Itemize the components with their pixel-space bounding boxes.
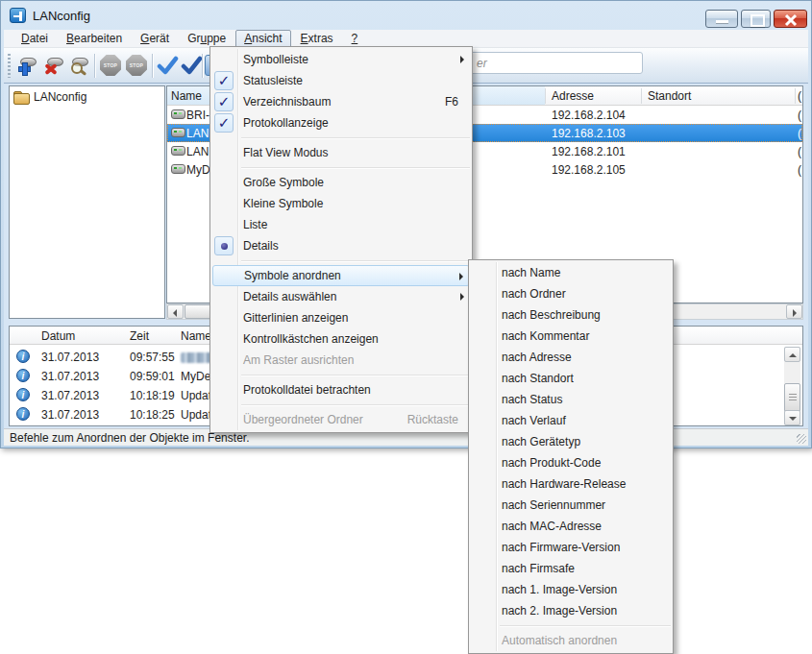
menu-item-protokollanzeige[interactable]: ✓Protokollanzeige (210, 112, 472, 133)
menu-item-nach-2-image-version[interactable]: nach 2. Image-Version (469, 600, 673, 621)
info-icon: i (16, 369, 30, 382)
menu-item-label: nach MAC-Adresse (502, 520, 602, 533)
info-icon: i (16, 407, 30, 421)
menu-item-nach-beschreibung[interactable]: nach Beschreibung (469, 304, 673, 326)
menu-item-nach-verlauf[interactable]: nach Verlauf (469, 410, 673, 431)
menu-item-nach-standort[interactable]: nach Standort (469, 368, 673, 389)
menu-item-nach-kommentar[interactable]: nach Kommentar (469, 326, 673, 347)
menu-item-details[interactable]: Details (210, 235, 472, 256)
log-column-header-datum[interactable]: Datum (41, 329, 75, 343)
menu-item-nach-adresse[interactable]: nach Adresse (469, 347, 673, 368)
titlebar[interactable]: LANconfig (1, 1, 811, 30)
menu-item-gro-e-symbole[interactable]: Große Symbole (210, 172, 472, 193)
menu-item-label: Gitterlinien anzeigen (243, 311, 348, 325)
device-address: 192.168.2.103 (552, 127, 626, 140)
menu-item-label: nach Status (502, 393, 562, 406)
column-separator[interactable] (641, 88, 642, 104)
menu-item-label: Liste (243, 218, 267, 231)
menubar-item-datei[interactable]: Datei (12, 30, 57, 48)
checkmark-icon: ✓ (214, 92, 234, 111)
device-name: LAN (186, 145, 209, 158)
status-text: Befehle zum Anordnen der Objekte im Fens… (10, 431, 249, 445)
menu-item-label: nach Name (502, 266, 560, 279)
column-separator[interactable] (795, 88, 796, 104)
device-name: BRI- (186, 109, 209, 122)
menu-item-statusleiste[interactable]: ✓Statusleiste (210, 70, 472, 91)
menubar-item-bearbeiten[interactable]: Bearbeiten (58, 30, 131, 48)
menu-item-nach-firmsafe[interactable]: nach Firmsafe (469, 558, 673, 579)
view-menu-popup: Symbolleiste✓Statusleiste✓Verzeichnisbau… (209, 46, 473, 433)
stop-icon[interactable]: STOP (125, 54, 149, 78)
log-column-header-zeit[interactable]: Zeit (130, 329, 149, 343)
delete-device-icon[interactable] (42, 54, 66, 78)
menu-item-nach-firmware-version[interactable]: nach Firmware-Version (469, 537, 673, 558)
menu-item-label: nach Produkt-Code (502, 456, 601, 470)
log-date: 31.07.2013 (41, 389, 99, 402)
menu-shortcut: Rücktaste (407, 409, 458, 430)
menu-item-nach-status[interactable]: nach Status (469, 389, 673, 410)
menu-item-kleine-symbole[interactable]: Kleine Symbole (210, 193, 472, 214)
column-header-partial[interactable]: ( (798, 89, 801, 103)
menu-item-protokolldatei-betrachten[interactable]: Protokolldatei betrachten (210, 379, 472, 400)
toolbar-grip[interactable] (8, 54, 11, 78)
menubar-item-gruppe[interactable]: Gruppe (179, 30, 234, 48)
menu-item-label: Übergeordneter Ordner (243, 413, 363, 426)
menu-item-nach-hardware-release[interactable]: nach Hardware-Release (469, 473, 673, 495)
close-button[interactable] (774, 10, 807, 28)
menu-item-verzeichnisbaum[interactable]: ✓VerzeichnisbaumF6 (210, 91, 472, 112)
menu-item-nach-ordner[interactable]: nach Ordner (469, 283, 673, 304)
menubar-item-extras[interactable]: Extras (292, 30, 342, 48)
minimize-button[interactable] (705, 10, 738, 28)
down-arrow-icon (789, 417, 797, 421)
check-config-icon[interactable] (156, 54, 180, 78)
menu-item-symbole-anordnen[interactable]: Symbole anordnen (212, 265, 470, 286)
menu-item-flat-view-modus[interactable]: Flat View Modus (210, 142, 472, 163)
radio-icon (214, 236, 234, 255)
log-column-header-name[interactable]: Name (181, 329, 211, 343)
add-device-icon[interactable] (15, 54, 39, 78)
column-header-name[interactable]: Name (171, 89, 202, 103)
resize-grip[interactable] (797, 434, 806, 444)
menu-item-symbolleiste[interactable]: Symbolleiste (210, 49, 472, 70)
menu-separator (241, 137, 470, 138)
stop-icon[interactable]: STOP (99, 54, 123, 78)
checkmark-icon: ✓ (214, 71, 234, 90)
menu-item-nach-ger-tetyp[interactable]: nach Gerätetyp (469, 431, 673, 452)
find-device-icon[interactable] (67, 54, 91, 78)
log-time: 09:59:01 (130, 370, 175, 383)
menubar-item-[interactable]: ? (343, 30, 367, 48)
log-vertical-scrollbar[interactable] (784, 347, 800, 425)
menubar-item-ansicht[interactable]: Ansicht (235, 30, 290, 48)
menu-item-label: nach Adresse (502, 351, 572, 364)
scroll-right-button[interactable] (786, 304, 802, 319)
menu-item-nach-mac-adresse[interactable]: nach MAC-Adresse (469, 516, 673, 537)
scrollbar-thumb[interactable] (784, 383, 800, 412)
column-header-adresse[interactable]: Adresse (552, 89, 594, 103)
menu-item-kontrollk-stchen-anzeigen[interactable]: Kontrollkästchen anzeigen (210, 328, 472, 350)
arrange-icons-submenu-popup: nach Namenach Ordnernach Beschreibungnac… (468, 259, 674, 654)
menu-item-liste[interactable]: Liste (210, 214, 472, 235)
menu-item-label: Große Symbole (243, 176, 324, 189)
check-all-icon[interactable] (180, 54, 204, 78)
folder-tree-panel[interactable]: LANconfig (9, 85, 165, 319)
menu-item-nach-name[interactable]: nach Name (469, 262, 673, 283)
column-header-standort[interactable]: Standort (648, 89, 691, 103)
tree-item-lanconfig[interactable]: LANconfig (10, 86, 164, 104)
maximize-button[interactable] (741, 10, 771, 28)
menu-item-gitterlinien-anzeigen[interactable]: Gitterlinien anzeigen (210, 307, 472, 328)
menu-item-nach-produkt-code[interactable]: nach Produkt-Code (469, 452, 673, 473)
menu-item-details-ausw-hlen[interactable]: Details auswählen (210, 286, 472, 307)
menu-item-label: nach Hardware-Release (502, 477, 626, 491)
device-extra-fragment: ( (798, 109, 801, 122)
menu-item-nach-1-image-version[interactable]: nach 1. Image-Version (469, 579, 673, 600)
scroll-left-button[interactable] (167, 304, 184, 319)
device-name: MyD (186, 163, 210, 177)
column-separator[interactable] (545, 88, 546, 104)
scroll-down-button[interactable] (784, 410, 800, 425)
menubar-item-ger-t[interactable]: Gerät (132, 30, 178, 48)
menu-item-am-raster-ausrichten: Am Raster ausrichten (210, 350, 472, 371)
menu-item-label: Kontrollkästchen anzeigen (243, 332, 379, 346)
menu-item-nach-seriennummer[interactable]: nach Seriennummer (469, 495, 673, 516)
scroll-up-button[interactable] (784, 347, 800, 362)
radio-dot-icon (221, 243, 228, 250)
